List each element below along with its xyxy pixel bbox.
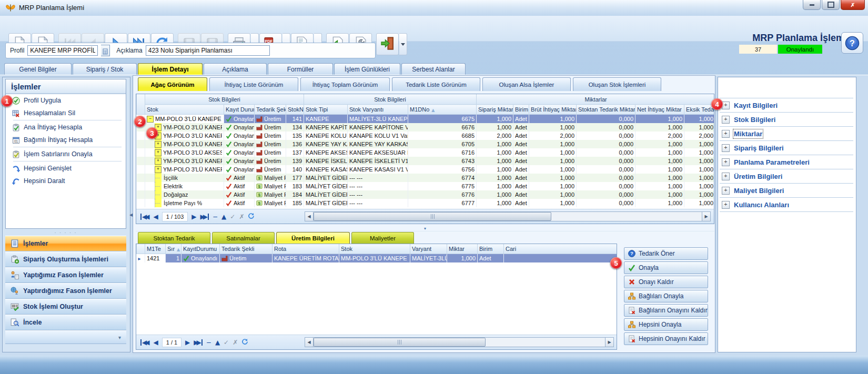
toolbar-dropdown-exit[interactable]: [399, 33, 407, 55]
expand-section-icon[interactable]: +: [722, 130, 730, 138]
view-tab-4[interactable]: Oluşan Alsa İşlemler: [482, 77, 571, 91]
section-planlama-parametreleri[interactable]: +Planlama Parametreleri: [720, 155, 853, 169]
detail-tab-3[interactable]: Maliyetler: [351, 232, 414, 244]
column-header[interactable]: Cari: [504, 244, 618, 254]
expand-node-icon[interactable]: +: [155, 149, 162, 156]
scrollbar-thumb[interactable]: [314, 338, 486, 347]
nav-overflow-bar[interactable]: ▾: [5, 330, 126, 344]
tree-cell[interactable]: Doğalgaz: [145, 190, 224, 199]
pg-first-button[interactable]: ◀◀: [140, 214, 149, 220]
sidebar-item-islem-satirlarini-onayla[interactable]: İşlem Satırlarını Onayla: [6, 148, 126, 160]
section-kayit-bilgileri[interactable]: +Kayıt Bilgileri: [720, 98, 853, 113]
expand-section-icon[interactable]: +: [722, 158, 730, 166]
post-row-button[interactable]: ✓: [230, 214, 235, 220]
column-header[interactable]: Tedarik Şekli: [220, 244, 272, 254]
pg-prev-button[interactable]: ◀: [153, 339, 158, 346]
section-maliyet-bilgileri[interactable]: +Maliyet Bilgileri: [720, 184, 853, 198]
view-tab-1[interactable]: İhtiyaç Liste Görünüm: [209, 77, 298, 91]
column-header[interactable]: Varyant: [410, 244, 447, 254]
tree-row[interactable]: +YM-POLO 3'LÜ KANEPE KASOnaylandıÜretim1…: [137, 165, 715, 174]
scrollbar-thumb[interactable]: [314, 212, 551, 221]
tree-cell[interactable]: Elektrik: [145, 182, 224, 190]
scrollbar-track[interactable]: [314, 211, 702, 221]
column-header[interactable]: Sır▲: [166, 244, 181, 254]
tab-0[interactable]: Genel Bilgiler: [4, 63, 72, 75]
pg-next-button[interactable]: ▶: [191, 214, 196, 220]
column-header[interactable]: Eksik Tedar: [684, 105, 714, 115]
pg-last-button[interactable]: ▶▶: [200, 214, 209, 220]
sidebar-item-profil-uygula[interactable]: Profil Uygula: [6, 94, 126, 107]
column-header[interactable]: Stoktan Tedarik Miktar: [577, 105, 635, 115]
view-tab-5[interactable]: Oluşan Stok İşlemleri: [573, 77, 661, 91]
column-header[interactable]: Kayıt Durumu: [224, 105, 255, 115]
scrollbar-track[interactable]: [314, 337, 605, 347]
profile-lookup-button[interactable]: [101, 45, 110, 56]
action-button-hepsini-onayla[interactable]: Hepsini Onayla: [624, 318, 708, 331]
tree-cell[interactable]: −MM-POLO 3'LÜ KANEPE: [145, 115, 224, 124]
tree-cell[interactable]: +YM-POLO 3'LÜ KANEPE İSK: [145, 157, 224, 165]
expand-node-icon[interactable]: +: [155, 141, 162, 148]
scroll-right-icon[interactable]: ▶: [702, 211, 711, 221]
expand-node-icon[interactable]: +: [155, 158, 162, 165]
sidebar-splitter-handle[interactable]: [7, 230, 124, 235]
nav-item-yaptirdigimiz-fason[interactable]: Yaptırdığımız Fason İşlemler: [5, 283, 126, 299]
nav-item-yaptigimiz-fason[interactable]: Yaptığımız Fason İşlemler: [5, 267, 126, 283]
nav-item-islemler[interactable]: İşlemler: [5, 236, 126, 251]
section-siparis-bilgileri[interactable]: +Sipariş Bilgileri: [720, 141, 853, 155]
tree-cell[interactable]: İşletme Payı %: [145, 199, 224, 207]
column-header[interactable]: M1Te: [145, 244, 166, 254]
tree-row[interactable]: İşçilikAktif$Maliyet Fa177MALİYET GİDERL…: [137, 174, 715, 182]
tree-row[interactable]: +YM-POLO 3'LÜ KANEPE KAPOnaylandıÜretim1…: [137, 123, 715, 132]
nav-item-incele[interactable]: İncele: [5, 315, 126, 330]
tree-cell[interactable]: +YM-POLO 3'LÜ AKSESUAR V: [145, 148, 224, 157]
refresh-rows-button[interactable]: [248, 213, 255, 220]
delete-row-button[interactable]: −: [213, 214, 218, 220]
tree-row[interactable]: ElektrikAktif$Maliyet Fa183MALİYET GİDER…: [137, 182, 715, 190]
column-header[interactable]: Stok Tipi: [304, 105, 348, 115]
expand-section-icon[interactable]: +: [722, 173, 730, 180]
horizontal-splitter[interactable]: ▾: [136, 226, 714, 231]
sidebar-item-hepsini-genislet[interactable]: Hepsini Genişlet: [6, 162, 126, 175]
section-kullanici-alanlari[interactable]: +Kullanıcı Alanları: [720, 198, 853, 212]
column-header[interactable]: Brüt İhtiyaç Miktar: [529, 105, 577, 115]
horizontal-scrollbar[interactable]: ◀▶: [305, 337, 614, 347]
description-input[interactable]: [146, 45, 270, 56]
column-header[interactable]: Stok: [145, 105, 224, 115]
cancel-row-button[interactable]: ✗: [239, 214, 244, 220]
tree-cell[interactable]: +YM-POLO 3'LÜ KANEPE KAS: [145, 165, 224, 174]
column-header[interactable]: Stok: [339, 244, 410, 254]
column-header[interactable]: Birim: [513, 105, 529, 115]
collapse-node-icon[interactable]: −: [147, 116, 154, 123]
sidebar-item-hepsini-daralt[interactable]: Hepsini Daralt: [6, 175, 126, 187]
tree-cell[interactable]: İşçilik: [145, 174, 224, 182]
tree-row[interactable]: +YM-POLO 3'LÜ KANEPE İSKOnaylandıÜretim1…: [137, 157, 715, 165]
scroll-left-icon[interactable]: ◀: [305, 337, 314, 347]
tree-row[interactable]: +YM-POLO 3'LÜ KANEPE YAYOnaylandıÜretim1…: [137, 140, 715, 148]
action-button-onayi-kaldir[interactable]: Onayı Kaldır: [624, 276, 708, 288]
section-miktarlar[interactable]: +Miktarlar: [720, 127, 853, 141]
column-header[interactable]: Birim: [478, 244, 504, 254]
column-header[interactable]: Net İhtiyaç Miktar: [635, 105, 684, 115]
expand-section-icon[interactable]: +: [722, 187, 730, 195]
nav-item-siparis-olusturma[interactable]: Sipariş Oluşturma İşlemleri: [5, 251, 126, 267]
expand-section-icon[interactable]: +: [722, 144, 730, 152]
action-button-baglilarin-onayini-kaldir[interactable]: Bağlıların Onayını Kaldır: [624, 304, 708, 317]
column-header[interactable]: Miktar: [447, 244, 478, 254]
edit-row-button[interactable]: ▲: [221, 214, 226, 220]
minimize-button[interactable]: [803, 0, 821, 10]
tab-6[interactable]: Serbest Alanlar: [401, 63, 466, 75]
refresh-rows-button[interactable]: [241, 338, 248, 346]
view-tab-2[interactable]: İhtiyaç Toplam Görünüm: [300, 77, 390, 91]
expand-node-icon[interactable]: +: [155, 166, 162, 173]
tree-row[interactable]: −MM-POLO 3'LÜ KANEPEOnaylandıÜretim141KA…: [137, 115, 715, 124]
tree-cell[interactable]: +YM-POLO 3'LÜ KANEPE YAY: [145, 140, 224, 148]
column-header[interactable]: KayıtDurumu: [181, 244, 220, 254]
tree-row[interactable]: İşletme Payı %Aktif$Maliyet Fa185MALİYET…: [137, 199, 715, 207]
sidebar-item-ana-ihtiyac-hesapla[interactable]: Ana İhtiyaç Hesapla: [6, 121, 126, 134]
tree-row[interactable]: +YM-POLO 3'LÜ AKSESUAR VOnaylandıÜretim1…: [137, 148, 715, 157]
panel-splitter[interactable]: ◀: [129, 77, 133, 352]
expand-section-icon[interactable]: +: [722, 201, 730, 209]
action-button-tedarik-oner[interactable]: ?Tedarik Öner: [624, 247, 708, 260]
cancel-row-button[interactable]: ✗: [233, 339, 238, 346]
nav-item-stok-islemi-olustur[interactable]: Stok İşlemi Oluştur: [5, 299, 126, 315]
